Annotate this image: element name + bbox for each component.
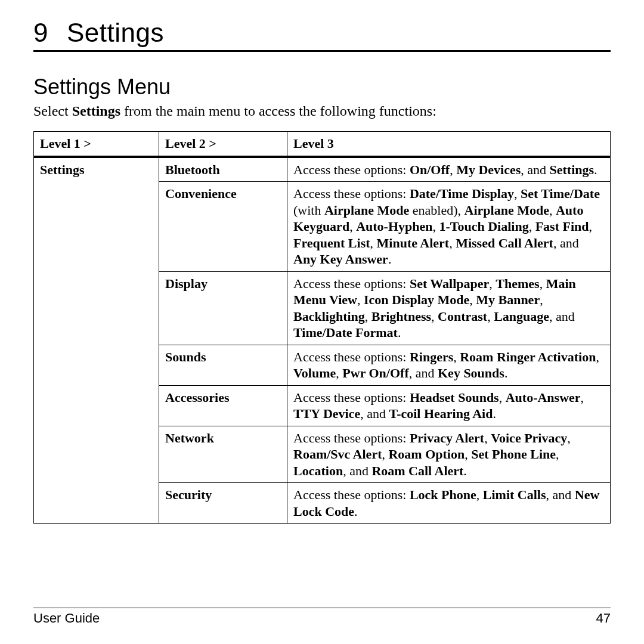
text-fragment: (with (293, 203, 324, 218)
option-name: Themes (496, 276, 539, 291)
text-fragment: , (365, 309, 371, 324)
option-name: Privacy Alert (410, 431, 484, 445)
text-fragment: . (463, 463, 467, 478)
text-fragment: Access these options: (293, 162, 410, 177)
text-fragment: . (388, 252, 392, 267)
text-fragment: Access these options: (293, 487, 410, 502)
option-name: Set Wallpaper (410, 276, 489, 291)
text-fragment: , (487, 309, 494, 324)
cell-level2: Convenience (159, 182, 287, 272)
option-name: TTY Device (293, 406, 360, 421)
text-fragment: , (499, 390, 506, 405)
option-name: Any Key Answer (293, 252, 388, 267)
option-name: Contrast (438, 309, 487, 324)
text-fragment: , (449, 236, 456, 250)
text-fragment: , (596, 349, 599, 364)
text-fragment: , (336, 366, 342, 380)
chapter-name: Settings (67, 18, 164, 47)
option-name: Auto-Hyphen (356, 219, 432, 234)
text-fragment: , and (521, 162, 549, 177)
option-name: Voice Privacy (491, 431, 567, 445)
cell-level2: Display (159, 271, 287, 345)
chapter-title: 9Settings (33, 18, 611, 52)
text-fragment: . (504, 366, 508, 380)
option-name: Time/Date Format (293, 325, 398, 340)
header-level3: Level 3 (287, 132, 611, 157)
table-row: SettingsBluetoothAccess these options: O… (34, 157, 611, 182)
option-name: Auto-Answer (506, 390, 581, 405)
option-name: Pwr On/Off (342, 366, 408, 380)
text-fragment: , and (409, 366, 438, 380)
cell-level2: Network (159, 426, 287, 483)
text-fragment: , (432, 219, 439, 234)
option-name: Headset Sounds (410, 390, 499, 405)
cell-level2: Sounds (159, 345, 287, 385)
cell-level3: Access these options: Set Wallpaper, The… (287, 271, 611, 345)
page-footer: User Guide 47 (33, 608, 611, 644)
option-name: Icon Display Mode (364, 292, 469, 307)
text-fragment: , and (360, 406, 389, 421)
text-fragment: , (431, 309, 438, 324)
text-fragment: . (493, 406, 496, 421)
option-name: Fast Find (535, 219, 589, 234)
text-fragment: Access these options: (293, 186, 410, 201)
text-fragment: , (357, 292, 364, 307)
text-fragment: , (489, 276, 496, 291)
option-name: On/Off (410, 162, 450, 177)
option-name: Key Sounds (438, 366, 504, 380)
option-name: Set Time/Date (521, 186, 600, 201)
cell-level1: Settings (34, 157, 159, 524)
text-fragment: , (540, 292, 543, 307)
option-name: Airplane Mode (324, 203, 409, 218)
chapter-number: 9 (33, 18, 67, 48)
text-fragment: . (354, 504, 358, 519)
option-name: My Devices (456, 162, 521, 177)
option-name: Ringers (410, 349, 453, 364)
option-name: Missed Call Alert (456, 236, 553, 250)
footer-left: User Guide (33, 611, 100, 626)
text-fragment: enabled), (409, 203, 464, 218)
footer-right: 47 (596, 611, 611, 626)
intro-pre: Select (33, 103, 72, 119)
text-fragment: . (594, 162, 597, 177)
text-fragment: , and (553, 236, 579, 250)
cell-level2: Accessories (159, 385, 287, 426)
intro-text: Select Settings from the main menu to ac… (33, 103, 611, 119)
text-fragment: , (382, 447, 388, 462)
text-fragment: , (450, 162, 456, 177)
text-fragment: , (540, 276, 546, 291)
text-fragment: . (398, 325, 401, 340)
option-name: T-coil Hearing Aid (389, 406, 493, 421)
option-name: Backlighting (293, 309, 365, 324)
text-fragment: , (589, 219, 593, 234)
option-name: 1-Touch Dialing (439, 219, 528, 234)
text-fragment: , (549, 203, 556, 218)
option-name: Date/Time Display (410, 186, 514, 201)
option-name: Frequent List (293, 236, 370, 250)
cell-level3: Access these options: Ringers, Roam Ring… (287, 345, 611, 385)
option-name: Airplane Mode (465, 203, 549, 218)
cell-level2: Bluetooth (159, 157, 287, 182)
section-title: Settings Menu (33, 75, 611, 100)
text-fragment: , (556, 447, 559, 462)
option-name: Settings (550, 162, 595, 177)
settings-table: Level 1 > Level 2 > Level 3 SettingsBlue… (33, 131, 611, 524)
text-fragment: , (529, 219, 535, 234)
text-fragment: , (484, 431, 491, 445)
cell-level3: Access these options: Privacy Alert, Voi… (287, 426, 611, 483)
header-level1: Level 1 > (34, 132, 159, 157)
option-name: Brightness (371, 309, 431, 324)
cell-level3: Access these options: Date/Time Display,… (287, 182, 611, 272)
option-name: Location (293, 463, 343, 478)
text-fragment: Access these options: (293, 276, 410, 291)
option-name: Roam/Svc Alert (293, 447, 382, 462)
cell-level3: Access these options: Lock Phone, Limit … (287, 483, 611, 524)
cell-level3: Access these options: Headset Sounds, Au… (287, 385, 611, 426)
option-name: Language (494, 309, 549, 324)
text-fragment: Access these options: (293, 349, 410, 364)
text-fragment: , (514, 186, 521, 201)
option-name: Volume (293, 366, 336, 380)
text-fragment: , (567, 431, 571, 445)
text-fragment: , (469, 292, 476, 307)
intro-post: from the main menu to access the followi… (120, 103, 436, 119)
